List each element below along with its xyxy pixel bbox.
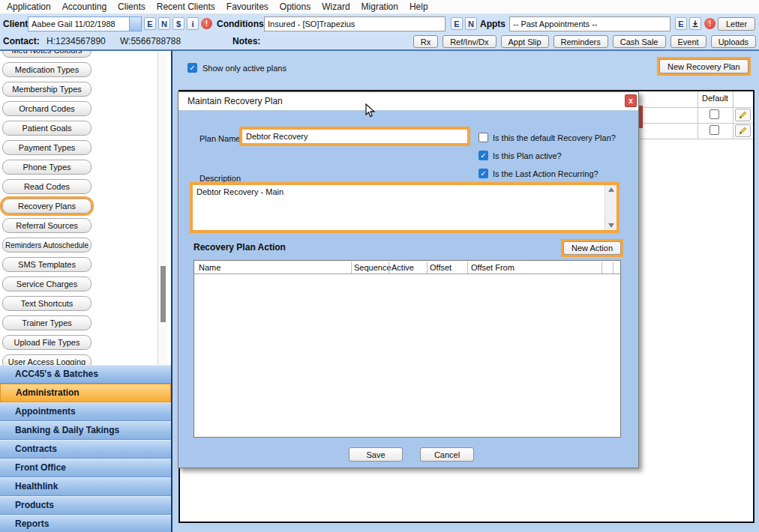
default-plan-label: Is this the default Recovery Plan? bbox=[493, 133, 616, 142]
new-action-button[interactable]: New Action bbox=[563, 241, 621, 255]
plan-name-input[interactable]: Debtor Recovery bbox=[239, 127, 470, 146]
accordion-front-office[interactable]: Front Office bbox=[0, 459, 171, 477]
accordion-appointments[interactable]: Appointments bbox=[0, 402, 171, 421]
sidebar-item-med-notes-colours[interactable]: Med Notes Colours bbox=[2, 51, 92, 58]
appt-slip-button[interactable]: Appt Slip bbox=[501, 35, 549, 48]
download-arrow-glyph bbox=[691, 19, 700, 28]
condition-new-button[interactable]: N bbox=[465, 17, 477, 30]
sidebar-item-reminders-autoschedule[interactable]: Reminders Autoschedule bbox=[2, 238, 92, 253]
conditions-select[interactable]: Insured - [SO]Trapezius bbox=[264, 16, 446, 31]
last-action-recurring-checkbox[interactable]: ✓ bbox=[478, 169, 488, 178]
client-alert-icon[interactable]: ! bbox=[201, 18, 212, 29]
cancel-button[interactable]: Cancel bbox=[420, 447, 474, 462]
contact-button-row: Rx Ref/Inv/Dx Appt Slip Reminders Cash S… bbox=[413, 35, 756, 48]
mouse-cursor bbox=[365, 103, 376, 118]
home-phone: H:1234567890 bbox=[46, 34, 106, 49]
scroll-up-icon[interactable] bbox=[608, 187, 614, 192]
client-new-button[interactable]: N bbox=[158, 17, 170, 30]
main-content: ✓ Show only active plans New Recovery Pl… bbox=[171, 51, 759, 532]
chevron-down-icon[interactable] bbox=[129, 17, 141, 31]
appts-select[interactable]: -- Past Appointments -- bbox=[509, 16, 670, 31]
sidebar-item-referral-sources[interactable]: Referral Sources bbox=[2, 218, 92, 233]
checkmark-icon: ✓ bbox=[189, 64, 195, 72]
menu-options[interactable]: Options bbox=[278, 1, 313, 12]
accordion-banking-daily-takings[interactable]: Banking & Daily Takings bbox=[0, 421, 171, 440]
accordion-acc45s-batches[interactable]: ACC45's & Batches bbox=[0, 365, 171, 384]
condition-edit-button[interactable]: E bbox=[451, 17, 463, 30]
sidebar-item-membership-types[interactable]: Membership Types bbox=[2, 82, 92, 97]
client-info-button[interactable]: i bbox=[187, 17, 199, 30]
show-active-plans-checkbox[interactable]: ✓ bbox=[188, 63, 197, 73]
sidebar-item-orchard-codes[interactable]: Orchard Codes bbox=[2, 101, 92, 116]
pencil-icon bbox=[738, 110, 748, 120]
menu-help[interactable]: Help bbox=[407, 1, 430, 12]
chevron-down-icon[interactable] bbox=[658, 17, 670, 31]
plan-row-default-checkbox[interactable]: ✓ bbox=[710, 109, 719, 119]
appt-alert-icon[interactable]: ! bbox=[704, 18, 716, 29]
download-icon[interactable] bbox=[689, 17, 701, 30]
menu-wizard[interactable]: Wizard bbox=[320, 1, 352, 12]
accordion-contracts[interactable]: Contracts bbox=[0, 440, 171, 459]
sidebar-item-phone-types[interactable]: Phone Types bbox=[2, 160, 92, 175]
scrollbar-thumb[interactable] bbox=[160, 266, 166, 322]
sidebar-item-recovery-plans[interactable]: Recovery Plans bbox=[2, 199, 92, 214]
accordion-administration[interactable]: Administration bbox=[0, 384, 171, 402]
description-textarea[interactable]: Debtor Recovery - Main bbox=[190, 182, 620, 233]
sidebar-item-trainer-types[interactable]: Trainer Types bbox=[2, 315, 92, 330]
col-header-active: Active bbox=[392, 261, 414, 274]
ref-inv-dx-button[interactable]: Ref/Inv/Dx bbox=[442, 35, 496, 48]
accordion-healthlink[interactable]: Healthlink bbox=[0, 477, 171, 496]
sidebar-item-medication-types[interactable]: Medication Types bbox=[2, 62, 92, 77]
save-button[interactable]: Save bbox=[349, 447, 403, 462]
sidebar-item-payment-types[interactable]: Payment Types bbox=[2, 140, 92, 155]
plan-row-edit-button[interactable] bbox=[735, 109, 751, 121]
sidebar-item-upload-file-types[interactable]: Upload File Types bbox=[2, 335, 92, 350]
contact-label: Contact: bbox=[3, 34, 40, 49]
new-recovery-plan-button[interactable]: New Recovery Plan bbox=[659, 59, 748, 73]
textarea-scrollbar[interactable] bbox=[604, 185, 616, 230]
client-billing-button[interactable]: $ bbox=[172, 17, 184, 30]
letter-button[interactable]: Letter bbox=[718, 17, 755, 31]
sidebar-scrollbar[interactable] bbox=[158, 51, 167, 365]
cash-sale-button[interactable]: Cash Sale bbox=[613, 35, 666, 48]
chevron-down-icon[interactable] bbox=[433, 17, 445, 31]
menu-favourites[interactable]: Favourites bbox=[224, 1, 271, 12]
grid-line bbox=[733, 91, 734, 139]
menu-accounting[interactable]: Accounting bbox=[60, 1, 109, 12]
event-button[interactable]: Event bbox=[670, 35, 706, 48]
client-toolbar: Client Aabee Gail 11/02/1988 E N $ i ! C… bbox=[0, 14, 759, 34]
col-header-offset: Offset bbox=[430, 261, 452, 274]
plan-row-default-checkbox[interactable]: ✓ bbox=[710, 125, 719, 135]
last-action-recurring-label: Is the Last Action Recurring? bbox=[493, 169, 598, 178]
accordion-products[interactable]: Products bbox=[0, 496, 171, 515]
plan-name-label: Plan Name bbox=[200, 134, 240, 143]
dialog-title-bar[interactable]: Maintain Recovery Plan x bbox=[178, 92, 638, 111]
menu-migration[interactable]: Migration bbox=[359, 1, 400, 12]
notes-label: Notes: bbox=[232, 34, 260, 49]
plan-row-edit-button[interactable] bbox=[735, 124, 751, 137]
sidebar-item-read-codes[interactable]: Read Codes bbox=[2, 179, 92, 194]
scroll-down-icon[interactable] bbox=[608, 223, 614, 228]
client-edit-button[interactable]: E bbox=[144, 17, 156, 30]
plan-name-value: Debtor Recovery bbox=[242, 130, 467, 141]
sidebar-item-service-charges[interactable]: Service Charges bbox=[2, 276, 92, 291]
sidebar: Med Notes Colours Medication Types Membe… bbox=[0, 51, 171, 532]
plan-active-checkbox[interactable]: ✓ bbox=[478, 151, 488, 160]
contact-toolbar: Contact: H:1234567890 W:5566788788 Notes… bbox=[0, 34, 759, 51]
sidebar-item-patient-goals[interactable]: Patient Goals bbox=[2, 121, 92, 136]
new-action-highlight: New Action bbox=[561, 239, 623, 257]
accordion-reports[interactable]: Reports bbox=[0, 515, 171, 532]
rx-button[interactable]: Rx bbox=[413, 35, 438, 48]
client-select[interactable]: Aabee Gail 11/02/1988 bbox=[28, 16, 142, 31]
default-plan-checkbox[interactable]: ✓ bbox=[478, 133, 488, 142]
menu-application[interactable]: Application bbox=[4, 1, 53, 12]
close-icon[interactable]: x bbox=[625, 94, 637, 107]
sidebar-item-sms-templates[interactable]: SMS Templates bbox=[2, 257, 92, 272]
menu-clients[interactable]: Clients bbox=[116, 1, 148, 12]
appt-edit-button[interactable]: E bbox=[675, 17, 687, 30]
uploads-button[interactable]: Uploads bbox=[711, 35, 756, 48]
reminders-button[interactable]: Reminders bbox=[554, 35, 608, 48]
work-phone: W:5566788788 bbox=[120, 34, 181, 49]
menu-recent-clients[interactable]: Recent Clients bbox=[154, 1, 218, 12]
sidebar-item-text-shortcuts[interactable]: Text Shortcuts bbox=[2, 296, 92, 311]
